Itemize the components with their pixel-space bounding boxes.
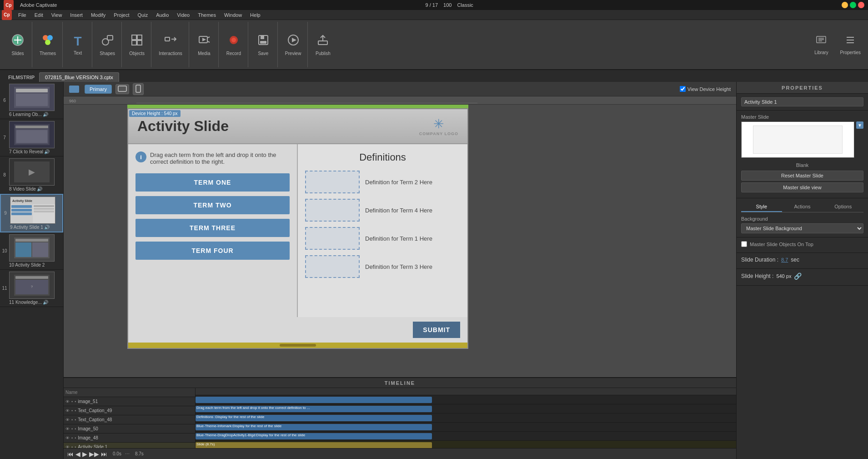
bar-caption48[interactable]: Definitions :Display for the rest of the… [196, 415, 432, 421]
save-button[interactable]: Save [252, 32, 275, 58]
go-to-start-button[interactable]: ⏮ [67, 450, 74, 458]
definition-row-4: Definition for Term 3 Here [305, 255, 460, 278]
slides-button[interactable]: Slides [6, 32, 29, 58]
other-icon-image51[interactable]: • [75, 399, 76, 404]
filmstrip-item-6[interactable]: 6 6 Learning Ob... 🔊 [0, 82, 63, 119]
eye-icon-caption48[interactable]: 👁 [65, 418, 70, 422]
prop-tab-style[interactable]: Style [741, 202, 782, 212]
lock-icon-actslide1[interactable]: • [71, 445, 73, 449]
view-device-height-checkbox[interactable] [680, 86, 686, 92]
filmstrip-item-10[interactable]: 10 10 Activity Slide 2 [0, 232, 63, 270]
slide-title-input[interactable] [741, 97, 863, 106]
play-button[interactable]: ▶ [82, 450, 87, 458]
master-slide-color[interactable]: ▼ [856, 121, 863, 129]
filmstrip-item-11[interactable]: 11 ? 11 Knowledge... 🔊 [0, 270, 63, 307]
canvas-scroll-area[interactable]: 960 Device Height : 540 px Activity Slid… [64, 96, 736, 377]
record-button[interactable]: Record [222, 32, 245, 58]
properties-panel-button[interactable]: Properties [836, 33, 864, 57]
objects-button[interactable]: Objects [125, 32, 148, 58]
timeline-row-image48[interactable]: 👁 • • Image_48 [64, 434, 195, 443]
prop-tab-options[interactable]: Options [823, 202, 863, 212]
eye-icon-image51[interactable]: 👁 [65, 399, 70, 404]
close-button[interactable] [858, 2, 864, 8]
prop-tab-actions[interactable]: Actions [782, 202, 823, 212]
menu-help[interactable]: Help [246, 11, 264, 19]
filmstrip-item-7[interactable]: 7 7 Click to Reveal 🔊 [0, 119, 63, 156]
term-two-button[interactable]: TERM TWO [135, 196, 290, 214]
media-button[interactable]: Media [193, 32, 216, 58]
view-device-height-control[interactable]: View Device Height [680, 86, 731, 92]
menu-view[interactable]: View [48, 11, 66, 19]
preview-button[interactable]: Preview [281, 32, 305, 58]
bar-caption49[interactable]: Drag each term from the left and drop it… [196, 406, 432, 412]
eye-icon-caption49[interactable]: 👁 [65, 409, 70, 413]
menu-edit[interactable]: Edit [31, 11, 47, 19]
publish-button[interactable]: Publish [311, 32, 334, 58]
drop-zone-4[interactable] [305, 255, 360, 278]
bar-actslide1[interactable]: Slide (8.7s) [196, 442, 432, 448]
themes-button[interactable]: Themes [36, 32, 60, 58]
shapes-button[interactable]: Shapes [96, 32, 119, 58]
lock-icon-image48[interactable]: • [71, 436, 73, 440]
drop-zone-1[interactable] [305, 171, 360, 193]
term-one-button[interactable]: TERM ONE [135, 173, 290, 192]
menu-file[interactable]: File [15, 11, 30, 19]
menu-quiz[interactable]: Quiz [134, 11, 152, 19]
library-button[interactable]: Library [810, 33, 833, 57]
timeline-tracks[interactable]: 00:00 00:01 00:02 00:03 00:04 00:05 00:0… [196, 388, 736, 448]
go-to-end-button[interactable]: ⏭ [101, 450, 107, 458]
maximize-button[interactable] [850, 2, 856, 8]
menu-themes[interactable]: Themes [194, 11, 220, 19]
menu-video[interactable]: Video [173, 11, 193, 19]
timeline-more-controls[interactable]: ⋯ [125, 451, 130, 456]
text-button[interactable]: T Text [66, 32, 89, 57]
tablet-device-button[interactable] [115, 84, 129, 94]
drop-zone-2[interactable] [305, 199, 360, 222]
background-select[interactable]: Master Slide Background [741, 223, 863, 233]
other-icon-caption48[interactable]: • [75, 418, 76, 422]
lock-icon-image50[interactable]: • [71, 427, 73, 431]
menu-window[interactable]: Window [221, 11, 246, 19]
other-icon-actslide1[interactable]: • [75, 445, 76, 449]
file-tab[interactable]: 072815_Blue VERSION 3.cptx [39, 72, 119, 82]
timeline-row-image51[interactable]: 👁 • • image_51 [64, 397, 195, 406]
eye-icon-actslide1[interactable]: 👁 [65, 445, 70, 449]
eye-icon-image48[interactable]: 👁 [65, 436, 70, 440]
master-slide-view-button[interactable]: Master slide view [741, 182, 863, 192]
term-four-button[interactable]: TERM FOUR [135, 242, 290, 260]
lock-icon-caption49[interactable]: • [71, 409, 73, 413]
interactions-button[interactable]: Interactions [155, 32, 186, 58]
timeline-row-caption49[interactable]: 👁 • • Text_Caption_49 [64, 406, 195, 415]
menu-modify[interactable]: Modify [87, 11, 109, 19]
filmstrip-item-8[interactable]: 8 ▶ 8 Video Slide 🔊 [0, 156, 63, 194]
bar-image51[interactable] [196, 397, 432, 403]
lock-icon-caption48[interactable]: • [71, 418, 73, 422]
bar-image48[interactable]: Blue-Theme-DragDropActivity1-Blgd:Displa… [196, 433, 432, 439]
bar-image50[interactable]: Blue-Theme-Infomark:Display for the rest… [196, 424, 432, 430]
link-icon[interactable]: 🔗 [794, 272, 802, 280]
lock-icon-image51[interactable]: • [71, 399, 73, 404]
svg-rect-9 [137, 35, 142, 40]
filmstrip-item-9[interactable]: 9 Activity Slide [0, 194, 63, 232]
mobile-device-button[interactable] [133, 83, 144, 95]
timeline-row-image50[interactable]: 👁 • • Image_50 [64, 424, 195, 434]
step-back-button[interactable]: ◀ [75, 450, 80, 458]
duration-value[interactable]: 8.7 [781, 257, 788, 262]
minimize-button[interactable] [842, 2, 848, 8]
eye-icon-image50[interactable]: 👁 [65, 427, 70, 431]
timeline-row-caption48[interactable]: 👁 • • Text_Caption_48 [64, 415, 195, 424]
master-objects-checkbox[interactable] [741, 241, 747, 247]
step-forward-button[interactable]: ▶▶ [89, 450, 99, 458]
menu-audio[interactable]: Audio [152, 11, 172, 19]
timeline-row-actslide1[interactable]: 👁 • • Activity Slide 1 [64, 443, 195, 448]
term-three-button[interactable]: TERM THREE [135, 219, 290, 237]
other-icon-image48[interactable]: • [75, 436, 76, 440]
drop-zone-3[interactable] [305, 227, 360, 250]
primary-device-button[interactable]: Primary [85, 85, 112, 94]
other-icon-caption49[interactable]: • [75, 409, 76, 413]
submit-button[interactable]: SUBMIT [413, 322, 460, 338]
other-icon-image50[interactable]: • [75, 427, 76, 431]
reset-master-slide-button[interactable]: Reset Master Slide [741, 171, 863, 181]
menu-project[interactable]: Project [110, 11, 133, 19]
menu-insert[interactable]: Insert [66, 11, 86, 19]
